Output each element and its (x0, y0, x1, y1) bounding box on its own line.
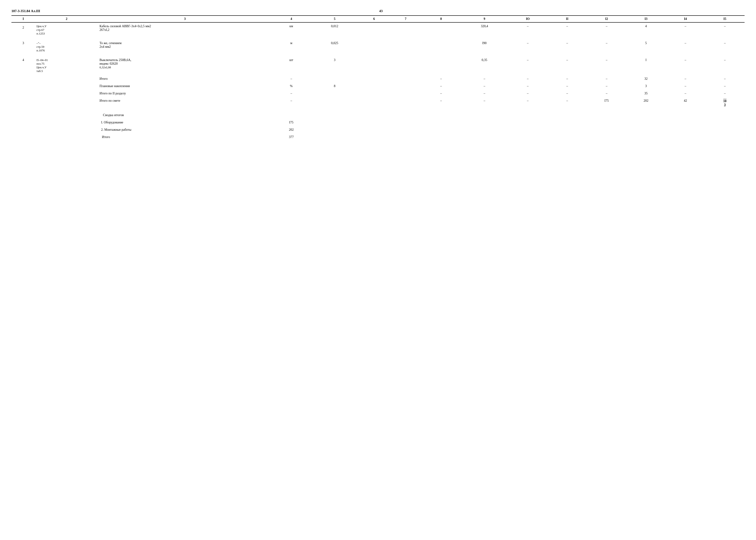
summary-val12: I75 (587, 98, 626, 108)
summary-row-itogo: Итого – – – – – – 32 – – (11, 76, 745, 81)
spacer-row (11, 74, 745, 76)
doc-number: 107-3-351.84 Ал.III (11, 9, 40, 13)
col-header-11: II (547, 16, 587, 22)
summary-val: 32 (626, 76, 666, 81)
col-header-13: I3 (626, 16, 666, 22)
col-header-1: I (11, 16, 35, 22)
svod-val-2: 202 (272, 127, 311, 133)
row-qty: 0,012 (311, 22, 358, 36)
spacer-row (11, 89, 745, 91)
row-num: 3 (11, 40, 35, 53)
summary-val14: 42 (666, 98, 705, 108)
svod-item-1: I. Оборудование (98, 120, 272, 125)
row-val13: 5 (626, 40, 666, 53)
col-header-6: 6 (358, 16, 390, 22)
table-row: 4 I5–04–01поз.75Цен.ч.Утаб.5 Выключатель… (11, 57, 745, 74)
row-val9: 320,4 (461, 22, 508, 36)
svod-total-val: 377 (272, 134, 311, 140)
col-header-14: I4 (666, 16, 705, 22)
svod-header-row: Сводка итогов (11, 112, 745, 118)
spacer-row (11, 118, 745, 120)
row-desc: Кабель силовой АВВГ-3х4+Iх2,5 мм2 267хI,… (98, 22, 272, 36)
row-ref: I5–04–01поз.75Цен.ч.Утаб.5 (35, 57, 98, 74)
row-val13: 4 (626, 22, 666, 36)
row-val9: 0,35 (461, 57, 508, 74)
svod-title: Сводка итогов (98, 112, 272, 118)
row-unit: м (272, 40, 311, 53)
page-header: 107-3-351.84 Ал.III 43 (11, 9, 745, 13)
summary-val: 35 (626, 91, 666, 96)
row-val13: I (626, 57, 666, 74)
spacer-row (11, 36, 745, 40)
svod-total-label: Итого (98, 134, 272, 140)
summary-label: Итого по смете (98, 98, 272, 108)
row-num: 4 (11, 57, 35, 74)
col-header-15: I5 (705, 16, 745, 22)
row-unit: км (272, 22, 311, 36)
row-desc: Выключатель 250В,6А,индекс 02620 0,32хI,… (98, 57, 272, 74)
summary-label: Плановые накопления (98, 83, 272, 89)
col-header-5: 5 (311, 16, 358, 22)
main-table: I 2 3 4 5 6 7 8 9 IO II I2 I3 I4 I5 2 Це… (11, 15, 745, 140)
spacer-row (11, 96, 745, 98)
spacer-row (11, 81, 745, 83)
row-qty: 0,025 (311, 40, 358, 53)
spacer-row (11, 53, 745, 57)
row-unit: шт (272, 57, 311, 74)
summary-row-section: Итого по II разделу – – – – – – 35 – – (11, 91, 745, 96)
summary-val: 3 (626, 83, 666, 89)
svod-item-2: 2. Монтажные работы (98, 127, 272, 133)
summary-row-plan: Плановые накопления % 8 – – – – – 3 – – (11, 83, 745, 89)
col-header-2: 2 (35, 16, 98, 22)
table-row: 2 Цен.ч.Устр.67п.1253 Кабель силовой АВВ… (11, 22, 745, 36)
svod-row-2: 2. Монтажные работы 202 (11, 127, 745, 133)
svod-row-total: Итого 377 (11, 134, 745, 140)
svod-row-1: I. Оборудование I75 (11, 120, 745, 125)
table-header-row: I 2 3 4 5 6 7 8 9 IO II I2 I3 I4 I5 (11, 16, 745, 22)
col-header-10: IO (508, 16, 547, 22)
spacer-row (11, 133, 745, 134)
col-header-9: 9 (461, 16, 508, 22)
summary-label: Итого (98, 76, 272, 81)
spacer-row (11, 108, 745, 112)
col-header-3: 3 (98, 16, 272, 22)
summary-label: Итого по II разделу (98, 91, 272, 96)
page-number: 43 (379, 9, 383, 13)
col-header-7: 7 (390, 16, 421, 22)
spacer-row (11, 125, 745, 127)
col-header-4: 4 (272, 16, 311, 22)
row-val9: I90 (461, 40, 508, 53)
row-desc: То же, сечением2х4 мм2 (98, 40, 272, 53)
summary-row-total: Итого по смете – – – – – I75 202 42 103 (11, 98, 745, 108)
summary-val15: 103 (705, 98, 745, 108)
row-num: 2 (11, 22, 35, 36)
summary-val13: 202 (626, 98, 666, 108)
svod-val-1: I75 (272, 120, 311, 125)
row-ref: –"–стр.59п.1076 (35, 40, 98, 53)
col-header-8: 8 (421, 16, 461, 22)
row-qty: 3 (311, 57, 358, 74)
table-row: 3 –"–стр.59п.1076 То же, сечением2х4 мм2… (11, 40, 745, 53)
row-ref: Цен.ч.Устр.67п.1253 (35, 22, 98, 36)
col-header-12: I2 (587, 16, 626, 22)
